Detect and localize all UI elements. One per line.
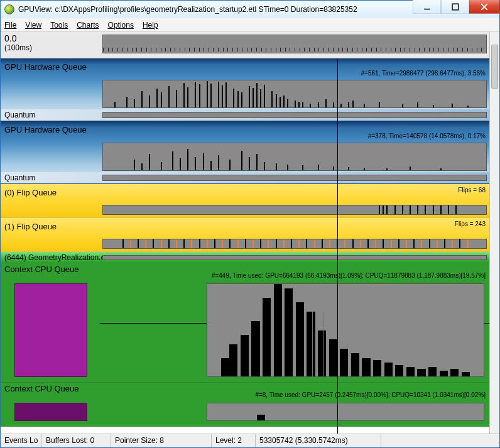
context-cpu-queue[interactable]: Context CPU Queue#=449, Time used: GPU=6… xyxy=(1,263,489,383)
context-cpu-queue[interactable]: Context CPU Queue#=8, Time used: GPU=245… xyxy=(1,383,489,427)
scrollbar-thumb[interactable] xyxy=(491,45,498,89)
flip-queue-stats: Flips = 243 xyxy=(455,221,486,227)
context-graph xyxy=(207,283,484,377)
context-stats: #=449, Time used: GPU=664193 (66.4193ms)… xyxy=(212,272,486,279)
quantum-strip xyxy=(102,175,487,181)
menu-charts[interactable]: Charts xyxy=(77,21,99,30)
status-buffers: Buffers Lost: 0 xyxy=(42,434,111,447)
quantum-row: Quantum xyxy=(1,172,489,183)
menu-options[interactable]: Options xyxy=(108,21,134,30)
flip-queue-label: (1) Flip Queue xyxy=(4,219,96,231)
context-left-block xyxy=(14,283,87,377)
flip-strip xyxy=(102,239,487,249)
status-position: 53305742 (5,330.5742ms) xyxy=(256,434,381,447)
svg-rect-1 xyxy=(452,4,459,10)
app-window: GPUView: c:\DXAppsProfiling\profiles\geo… xyxy=(0,0,500,448)
status-level: Level: 2 xyxy=(212,434,256,447)
ruler-time: 0.0 xyxy=(4,33,96,43)
vertical-scrollbar[interactable] xyxy=(489,32,499,434)
flip-queue-stats: Flips = 68 xyxy=(458,187,486,194)
gpu-queue-label: GPU Hardware Queue xyxy=(4,60,96,72)
context-stats: #=8, Time used: GPU=2457 (0.2457ms)[0.00… xyxy=(255,391,486,398)
menu-file[interactable]: File xyxy=(4,21,16,30)
menu-help[interactable]: Help xyxy=(143,21,158,30)
close-button[interactable] xyxy=(469,0,499,14)
quantum-row: Quantum xyxy=(1,109,489,121)
flip-strip xyxy=(102,205,487,215)
gpu-queue-label: GPU Hardware Queue xyxy=(4,123,96,134)
workspace[interactable]: 0.0(100ms)GPU Hardware Queue#=561, Time=… xyxy=(1,32,499,434)
quantum-label: Quantum xyxy=(1,111,100,119)
maximize-button[interactable] xyxy=(441,0,469,14)
quantum-label: Quantum xyxy=(1,173,100,182)
minimize-button[interactable] xyxy=(413,0,441,14)
status-pointer: Pointer Size: 8 xyxy=(111,434,212,447)
context-left-block xyxy=(14,403,87,421)
quantum-strip xyxy=(102,112,487,118)
gpu-queue-stats: #=378, Time=140578 (14.0578ms), 0.17% xyxy=(368,133,486,139)
statusbar: Events Lo Buffers Lost: 0 Pointer Size: … xyxy=(1,434,499,447)
window-title: GPUView: c:\DXAppsProfiling\profiles\geo… xyxy=(18,5,413,14)
titlebar[interactable]: GPUView: c:\DXAppsProfiling\profiles\geo… xyxy=(1,1,499,18)
time-ruler[interactable]: 0.0(100ms) xyxy=(1,32,489,58)
time-cursor[interactable] xyxy=(337,58,338,434)
gpu-queue-stats: #=561, Time=2986477 (298.6477ms), 3.56% xyxy=(361,70,486,77)
ruler-unit: (100ms) xyxy=(4,43,96,52)
menu-view[interactable]: View xyxy=(25,21,41,30)
app-icon xyxy=(4,4,14,14)
context-graph xyxy=(207,403,484,421)
flip-queue[interactable]: (0) Flip QueueFlips = 68 xyxy=(1,184,489,218)
flip-queue[interactable]: (1) Flip QueueFlips = 243 xyxy=(1,218,489,252)
gpu-hardware-queue[interactable]: GPU Hardware Queue#=561, Time=2986477 (2… xyxy=(1,58,489,121)
gpu-hardware-queue[interactable]: GPU Hardware Queue#=378, Time=140578 (14… xyxy=(1,121,489,184)
status-events: Events Lo xyxy=(1,434,42,447)
flip-queue-label: (0) Flip Queue xyxy=(4,185,96,197)
menu-tools[interactable]: Tools xyxy=(50,21,68,30)
menubar: File View Tools Charts Options Help xyxy=(1,18,499,32)
